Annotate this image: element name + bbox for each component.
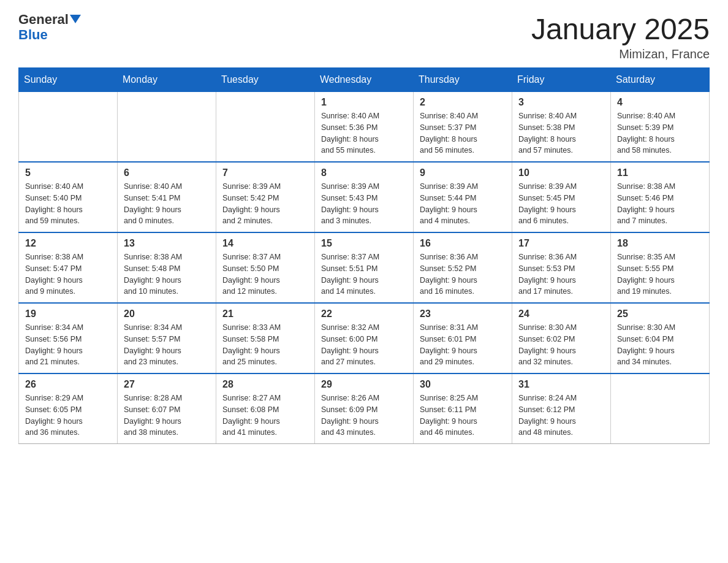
day-number: 24 bbox=[518, 308, 604, 320]
day-number: 18 bbox=[617, 238, 703, 249]
day-info: Sunrise: 8:37 AM Sunset: 5:50 PM Dayligh… bbox=[222, 251, 308, 297]
day-info: Sunrise: 8:34 AM Sunset: 5:57 PM Dayligh… bbox=[124, 322, 210, 368]
day-info: Sunrise: 8:39 AM Sunset: 5:45 PM Dayligh… bbox=[518, 181, 604, 227]
day-number: 27 bbox=[124, 379, 210, 390]
calendar-cell: 5Sunrise: 8:40 AM Sunset: 5:40 PM Daylig… bbox=[19, 162, 118, 232]
day-number: 22 bbox=[321, 308, 407, 320]
day-info: Sunrise: 8:39 AM Sunset: 5:43 PM Dayligh… bbox=[321, 181, 407, 227]
calendar-cell: 20Sunrise: 8:34 AM Sunset: 5:57 PM Dayli… bbox=[118, 303, 216, 373]
day-number: 26 bbox=[25, 379, 111, 390]
calendar-cell: 9Sunrise: 8:39 AM Sunset: 5:44 PM Daylig… bbox=[414, 162, 512, 232]
calendar-cell: 2Sunrise: 8:40 AM Sunset: 5:37 PM Daylig… bbox=[414, 92, 512, 163]
day-number: 7 bbox=[222, 167, 308, 178]
calendar-header-thursday: Thursday bbox=[414, 68, 512, 92]
day-number: 9 bbox=[420, 167, 506, 178]
day-info: Sunrise: 8:35 AM Sunset: 5:55 PM Dayligh… bbox=[617, 251, 703, 297]
day-number: 19 bbox=[25, 308, 111, 320]
day-info: Sunrise: 8:27 AM Sunset: 6:08 PM Dayligh… bbox=[222, 393, 308, 439]
calendar-cell: 4Sunrise: 8:40 AM Sunset: 5:39 PM Daylig… bbox=[611, 92, 710, 163]
day-number: 15 bbox=[321, 238, 407, 249]
day-info: Sunrise: 8:40 AM Sunset: 5:40 PM Dayligh… bbox=[25, 181, 111, 227]
day-number: 25 bbox=[617, 308, 703, 320]
calendar-cell: 26Sunrise: 8:29 AM Sunset: 6:05 PM Dayli… bbox=[19, 373, 118, 444]
day-number: 23 bbox=[420, 308, 506, 320]
calendar-cell: 28Sunrise: 8:27 AM Sunset: 6:08 PM Dayli… bbox=[216, 373, 315, 444]
calendar-cell bbox=[118, 92, 216, 163]
day-info: Sunrise: 8:40 AM Sunset: 5:39 PM Dayligh… bbox=[617, 110, 703, 156]
subtitle: Mimizan, France bbox=[531, 47, 710, 61]
page-header: General Blue January 2025 Mimizan, Franc… bbox=[18, 12, 710, 61]
calendar-cell: 3Sunrise: 8:40 AM Sunset: 5:38 PM Daylig… bbox=[512, 92, 611, 163]
day-number: 17 bbox=[518, 238, 604, 249]
calendar-week-5: 26Sunrise: 8:29 AM Sunset: 6:05 PM Dayli… bbox=[19, 373, 710, 444]
calendar-cell: 23Sunrise: 8:31 AM Sunset: 6:01 PM Dayli… bbox=[414, 303, 512, 373]
day-info: Sunrise: 8:38 AM Sunset: 5:48 PM Dayligh… bbox=[124, 251, 210, 297]
calendar-cell: 10Sunrise: 8:39 AM Sunset: 5:45 PM Dayli… bbox=[512, 162, 611, 232]
day-info: Sunrise: 8:32 AM Sunset: 6:00 PM Dayligh… bbox=[321, 322, 407, 368]
day-number: 16 bbox=[420, 238, 506, 249]
calendar-cell bbox=[216, 92, 315, 163]
day-number: 21 bbox=[222, 308, 308, 320]
day-info: Sunrise: 8:31 AM Sunset: 6:01 PM Dayligh… bbox=[420, 322, 506, 368]
day-number: 30 bbox=[420, 379, 506, 390]
day-info: Sunrise: 8:36 AM Sunset: 5:52 PM Dayligh… bbox=[420, 251, 506, 297]
calendar-week-4: 19Sunrise: 8:34 AM Sunset: 5:56 PM Dayli… bbox=[19, 303, 710, 373]
day-number: 4 bbox=[617, 97, 703, 108]
title-section: January 2025 Mimizan, France bbox=[531, 12, 710, 61]
day-number: 28 bbox=[222, 379, 308, 390]
day-info: Sunrise: 8:39 AM Sunset: 5:44 PM Dayligh… bbox=[420, 181, 506, 227]
calendar-cell: 16Sunrise: 8:36 AM Sunset: 5:52 PM Dayli… bbox=[414, 232, 512, 303]
day-number: 3 bbox=[518, 97, 604, 108]
calendar-week-2: 5Sunrise: 8:40 AM Sunset: 5:40 PM Daylig… bbox=[19, 162, 710, 232]
calendar-cell bbox=[611, 373, 710, 444]
calendar-cell: 22Sunrise: 8:32 AM Sunset: 6:00 PM Dayli… bbox=[315, 303, 414, 373]
day-info: Sunrise: 8:40 AM Sunset: 5:37 PM Dayligh… bbox=[420, 110, 506, 156]
day-info: Sunrise: 8:25 AM Sunset: 6:11 PM Dayligh… bbox=[420, 393, 506, 439]
day-number: 12 bbox=[25, 238, 111, 249]
calendar-cell: 19Sunrise: 8:34 AM Sunset: 5:56 PM Dayli… bbox=[19, 303, 118, 373]
calendar-table: SundayMondayTuesdayWednesdayThursdayFrid… bbox=[18, 67, 710, 444]
day-number: 2 bbox=[420, 97, 506, 108]
day-number: 13 bbox=[124, 238, 210, 249]
calendar-header-saturday: Saturday bbox=[611, 68, 710, 92]
calendar-cell: 31Sunrise: 8:24 AM Sunset: 6:12 PM Dayli… bbox=[512, 373, 611, 444]
calendar-header-monday: Monday bbox=[118, 68, 216, 92]
calendar-cell: 24Sunrise: 8:30 AM Sunset: 6:02 PM Dayli… bbox=[512, 303, 611, 373]
day-number: 8 bbox=[321, 167, 407, 178]
day-number: 5 bbox=[25, 167, 111, 178]
calendar-cell: 29Sunrise: 8:26 AM Sunset: 6:09 PM Dayli… bbox=[315, 373, 414, 444]
day-info: Sunrise: 8:40 AM Sunset: 5:36 PM Dayligh… bbox=[321, 110, 407, 156]
calendar-header-wednesday: Wednesday bbox=[315, 68, 414, 92]
calendar-cell: 12Sunrise: 8:38 AM Sunset: 5:47 PM Dayli… bbox=[19, 232, 118, 303]
day-info: Sunrise: 8:38 AM Sunset: 5:47 PM Dayligh… bbox=[25, 251, 111, 297]
day-info: Sunrise: 8:37 AM Sunset: 5:51 PM Dayligh… bbox=[321, 251, 407, 297]
svg-marker-0 bbox=[70, 15, 81, 23]
calendar-week-3: 12Sunrise: 8:38 AM Sunset: 5:47 PM Dayli… bbox=[19, 232, 710, 303]
calendar-cell: 11Sunrise: 8:38 AM Sunset: 5:46 PM Dayli… bbox=[611, 162, 710, 232]
logo: General Blue bbox=[18, 12, 81, 43]
day-number: 20 bbox=[124, 308, 210, 320]
calendar-cell: 18Sunrise: 8:35 AM Sunset: 5:55 PM Dayli… bbox=[611, 232, 710, 303]
calendar-cell: 7Sunrise: 8:39 AM Sunset: 5:42 PM Daylig… bbox=[216, 162, 315, 232]
calendar-cell: 14Sunrise: 8:37 AM Sunset: 5:50 PM Dayli… bbox=[216, 232, 315, 303]
calendar-header-sunday: Sunday bbox=[19, 68, 118, 92]
day-info: Sunrise: 8:40 AM Sunset: 5:38 PM Dayligh… bbox=[518, 110, 604, 156]
main-title: January 2025 bbox=[531, 12, 710, 46]
calendar-cell: 15Sunrise: 8:37 AM Sunset: 5:51 PM Dayli… bbox=[315, 232, 414, 303]
day-number: 31 bbox=[518, 379, 604, 390]
day-number: 1 bbox=[321, 97, 407, 108]
day-info: Sunrise: 8:34 AM Sunset: 5:56 PM Dayligh… bbox=[25, 322, 111, 368]
logo-blue: Blue bbox=[18, 27, 48, 43]
day-info: Sunrise: 8:36 AM Sunset: 5:53 PM Dayligh… bbox=[518, 251, 604, 297]
calendar-week-1: 1Sunrise: 8:40 AM Sunset: 5:36 PM Daylig… bbox=[19, 92, 710, 163]
day-info: Sunrise: 8:30 AM Sunset: 6:04 PM Dayligh… bbox=[617, 322, 703, 368]
day-info: Sunrise: 8:33 AM Sunset: 5:58 PM Dayligh… bbox=[222, 322, 308, 368]
calendar-cell: 21Sunrise: 8:33 AM Sunset: 5:58 PM Dayli… bbox=[216, 303, 315, 373]
day-info: Sunrise: 8:26 AM Sunset: 6:09 PM Dayligh… bbox=[321, 393, 407, 439]
calendar-cell: 8Sunrise: 8:39 AM Sunset: 5:43 PM Daylig… bbox=[315, 162, 414, 232]
calendar-cell: 13Sunrise: 8:38 AM Sunset: 5:48 PM Dayli… bbox=[118, 232, 216, 303]
day-number: 14 bbox=[222, 238, 308, 249]
logo-general: General bbox=[18, 12, 69, 27]
day-info: Sunrise: 8:24 AM Sunset: 6:12 PM Dayligh… bbox=[518, 393, 604, 439]
day-number: 29 bbox=[321, 379, 407, 390]
